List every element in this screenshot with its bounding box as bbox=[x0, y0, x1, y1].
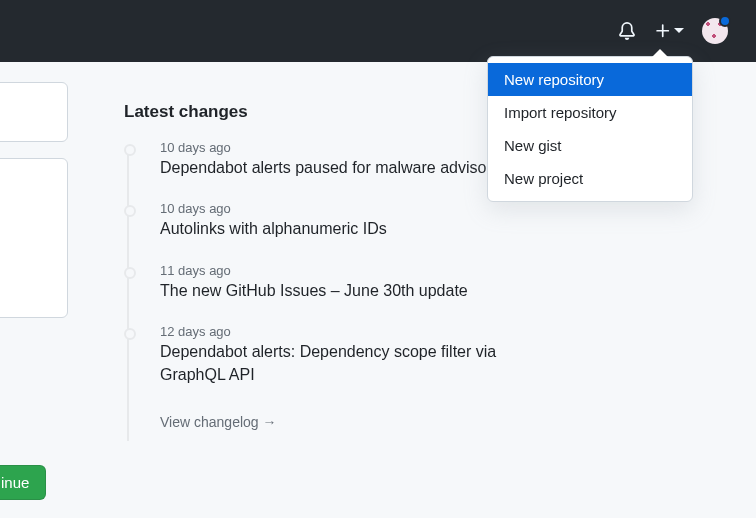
timeline-item[interactable]: 12 days ago Dependabot alerts: Dependenc… bbox=[160, 324, 544, 386]
notifications-button[interactable] bbox=[618, 22, 636, 40]
status-dot-icon bbox=[719, 15, 731, 27]
caret-down-icon bbox=[674, 26, 684, 36]
menu-item-new-repository[interactable]: New repository bbox=[488, 63, 692, 96]
timeline-item[interactable]: 11 days ago The new GitHub Issues – June… bbox=[160, 263, 544, 302]
new-menu-dropdown: New repository Import repository New gis… bbox=[487, 56, 693, 202]
timeline-title: Autolinks with alphanumeric IDs bbox=[160, 218, 544, 240]
timeline-item[interactable]: 10 days ago Autolinks with alphanumeric … bbox=[160, 201, 544, 240]
menu-item-import-repository[interactable]: Import repository bbox=[488, 96, 692, 129]
timeline-time: 11 days ago bbox=[160, 263, 544, 278]
menu-item-new-gist[interactable]: New gist bbox=[488, 129, 692, 162]
section-heading: Latest changes bbox=[124, 102, 544, 122]
avatar[interactable] bbox=[702, 18, 728, 44]
topbar bbox=[0, 0, 756, 62]
latest-changes-section: Latest changes 10 days ago Dependabot al… bbox=[124, 102, 544, 431]
continue-button[interactable]: inue bbox=[0, 465, 46, 500]
sidebar-card bbox=[0, 158, 68, 318]
timeline-time: 10 days ago bbox=[160, 201, 544, 216]
add-new-button[interactable] bbox=[654, 22, 684, 40]
timeline-title: The new GitHub Issues – June 30th update bbox=[160, 280, 544, 302]
menu-item-new-project[interactable]: New project bbox=[488, 162, 692, 195]
changes-timeline: 10 days ago Dependabot alerts paused for… bbox=[124, 140, 544, 431]
timeline-time: 12 days ago bbox=[160, 324, 544, 339]
view-changelog-link[interactable]: View changelog → bbox=[160, 414, 276, 430]
plus-icon bbox=[654, 22, 672, 40]
bell-icon bbox=[618, 22, 636, 40]
sidebar-card bbox=[0, 82, 68, 142]
timeline-title: Dependabot alerts: Dependency scope filt… bbox=[160, 341, 544, 386]
